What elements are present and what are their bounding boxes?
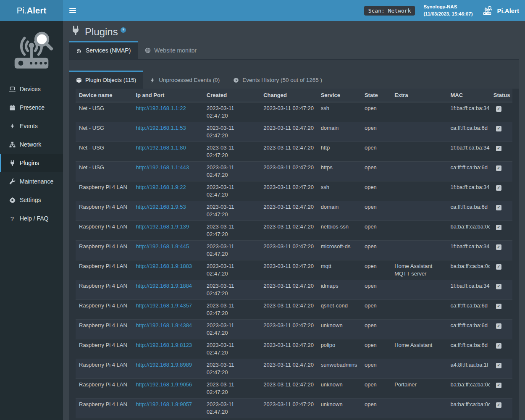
status-checkbox[interactable]: ✓ bbox=[496, 106, 501, 112]
page-help-badge[interactable]: ? bbox=[121, 27, 126, 33]
ip-port-link[interactable]: http://192.168.1.9:139 bbox=[136, 223, 189, 230]
status-checkbox[interactable]: ✓ bbox=[496, 363, 501, 368]
sidebar-item-plugins[interactable]: Plugins bbox=[0, 154, 63, 172]
ip-port-cell: http://192.168.1.1:53 bbox=[132, 122, 203, 142]
extra-cell bbox=[391, 300, 447, 320]
status-cell: ✓ bbox=[490, 399, 512, 418]
subtab-unprocessed-events[interactable]: Unprocessed Events (0) bbox=[143, 71, 226, 89]
state-cell: open bbox=[361, 102, 391, 122]
status-checkbox[interactable]: ✓ bbox=[496, 205, 501, 210]
changed-cell: 2023-03-11 02:47:20 bbox=[260, 241, 317, 260]
ip-port-link[interactable]: http://192.168.1.9:4384 bbox=[136, 322, 192, 328]
ip-port-link[interactable]: http://192.168.1.1:443 bbox=[136, 164, 189, 171]
router-scan-icon bbox=[481, 5, 494, 16]
ip-port-cell: http://192.168.1.9:9058 bbox=[132, 418, 203, 420]
clock-icon bbox=[233, 77, 239, 83]
state-cell: open bbox=[361, 142, 391, 162]
ip-port-link[interactable]: http://192.168.1.9:53 bbox=[136, 204, 186, 210]
ip-port-link[interactable]: http://192.168.1.9:4357 bbox=[136, 302, 192, 309]
created-cell: 2023-03-11 02:47:20 bbox=[203, 102, 260, 122]
sidebar-item-label: Help / FAQ bbox=[20, 215, 48, 222]
changed-cell: 2023-03-11 02:47:20 bbox=[260, 359, 317, 379]
ip-port-link[interactable]: http://192.168.1.9:1884 bbox=[136, 283, 192, 289]
status-checkbox[interactable]: ✓ bbox=[496, 225, 501, 230]
status-checkbox[interactable]: ✓ bbox=[496, 343, 501, 349]
ip-port-link[interactable]: http://192.168.1.1:22 bbox=[136, 105, 186, 111]
laptop-icon bbox=[8, 86, 16, 92]
sidebar-item-network[interactable]: Network bbox=[0, 135, 63, 154]
sidebar-item-maintenance[interactable]: Maintenance bbox=[0, 172, 63, 191]
changed-cell: 2023-03-11 02:47:20 bbox=[260, 418, 317, 420]
mac-cell: 1f:ca:ff:ca:ba:5b bbox=[447, 418, 490, 420]
ip-port-link[interactable]: http://192.168.1.9:445 bbox=[136, 243, 189, 249]
ip-port-link[interactable]: http://192.168.1.9:22 bbox=[136, 184, 186, 190]
status-checkbox[interactable]: ✓ bbox=[496, 244, 501, 250]
ip-port-link[interactable]: http://192.168.1.1:80 bbox=[136, 144, 186, 151]
changed-cell: 2023-03-11 02:47:20 bbox=[260, 379, 317, 399]
status-checkbox[interactable]: ✓ bbox=[496, 126, 501, 131]
device-name-cell: Raspberry Pi 4 LAN bbox=[76, 201, 132, 221]
status-checkbox[interactable]: ✓ bbox=[496, 304, 501, 309]
ip-port-link[interactable]: http://192.168.1.9:1883 bbox=[136, 263, 192, 269]
mac-cell: 1f:ba:ff:ca:ba:34 bbox=[447, 142, 490, 162]
sidebar-item-events[interactable]: Events bbox=[0, 117, 63, 135]
ip-port-link[interactable]: http://192.168.1.9:9056 bbox=[136, 381, 192, 388]
scan-status-badge: Scan: Network bbox=[364, 6, 415, 16]
ip-port-cell: http://192.168.1.1:22 bbox=[132, 102, 203, 122]
device-name-cell: Raspberry Pi 4 LAN bbox=[76, 418, 132, 420]
app-logo[interactable]: Pi.Alert bbox=[0, 0, 63, 21]
ip-port-link[interactable]: http://192.168.1.9:8123 bbox=[136, 342, 192, 348]
brand: Pi.Alert bbox=[481, 5, 519, 16]
service-cell: ssh bbox=[318, 102, 361, 122]
status-cell: ✓ bbox=[490, 221, 512, 241]
sidebar: DevicesPresenceEventsNetworkPluginsMaint… bbox=[0, 21, 63, 420]
ip-port-link[interactable]: http://192.168.1.1:53 bbox=[136, 125, 186, 131]
status-checkbox[interactable]: ✓ bbox=[496, 264, 501, 270]
extra-cell bbox=[391, 221, 447, 241]
table-row: Raspberry Pi 4 LANhttp://192.168.1.9:139… bbox=[76, 221, 512, 241]
sidebar-item-presence[interactable]: Presence bbox=[0, 98, 63, 117]
status-checkbox[interactable]: ✓ bbox=[496, 146, 501, 151]
mac-cell: ca:ff:ff:ca:ba:6d bbox=[447, 320, 490, 339]
column-header: Status bbox=[490, 89, 512, 102]
calendar-icon bbox=[8, 104, 16, 111]
ip-port-cell: http://192.168.1.9:8989 bbox=[132, 359, 203, 379]
service-cell: microsoft-ds bbox=[318, 241, 361, 260]
tab-services-nmap[interactable]: Services (NMAP) bbox=[69, 41, 138, 59]
created-cell: 2023-03-11 02:47:20 bbox=[203, 162, 260, 181]
table-row: Raspberry Pi 4 LANhttp://192.168.1.9:188… bbox=[76, 260, 512, 280]
ip-port-cell: http://192.168.1.9:1884 bbox=[132, 280, 203, 300]
tab-website-monitor[interactable]: Website monitor bbox=[138, 41, 204, 59]
ip-port-link[interactable]: http://192.168.1.9:8989 bbox=[136, 362, 192, 368]
created-cell: 2023-03-11 02:47:20 bbox=[203, 181, 260, 201]
device-name-cell: Net - USG bbox=[76, 162, 132, 181]
status-checkbox[interactable]: ✓ bbox=[496, 402, 501, 408]
status-checkbox[interactable]: ✓ bbox=[496, 165, 501, 171]
sidebar-toggle-button[interactable] bbox=[63, 0, 82, 21]
device-name-cell: Raspberry Pi 4 LAN bbox=[76, 300, 132, 320]
ip-port-link[interactable]: http://192.168.1.9:9057 bbox=[136, 401, 192, 407]
host-info: Synology-NAS (11/03/2023, 15:46:07) bbox=[423, 3, 472, 18]
ip-port-cell: http://192.168.1.9:445 bbox=[132, 241, 203, 260]
subtab-label: Events History (50 out of 1265 ) bbox=[242, 77, 322, 83]
status-checkbox[interactable]: ✓ bbox=[496, 284, 501, 289]
state-cell: open bbox=[361, 379, 391, 399]
subtab-plugin-objects[interactable]: Plugin Objects (115) bbox=[69, 71, 143, 89]
mac-cell: ca:ff:ff:ca:ba:6d bbox=[447, 162, 490, 181]
status-checkbox[interactable]: ✓ bbox=[496, 185, 501, 191]
sidebar-item-help-faq[interactable]: ?Help / FAQ bbox=[0, 209, 63, 228]
created-cell: 2023-03-11 02:47:20 bbox=[203, 142, 260, 162]
status-cell: ✓ bbox=[490, 181, 512, 201]
device-name-cell: Raspberry Pi 4 LAN bbox=[76, 181, 132, 201]
column-header: Changed bbox=[260, 89, 317, 102]
sidebar-nav: DevicesPresenceEventsNetworkPluginsMaint… bbox=[0, 80, 63, 228]
status-checkbox[interactable]: ✓ bbox=[496, 383, 501, 388]
sidebar-item-settings[interactable]: Settings bbox=[0, 191, 63, 209]
status-cell: ✓ bbox=[490, 241, 512, 260]
device-name-cell: Raspberry Pi 4 LAN bbox=[76, 241, 132, 260]
table-row: Raspberry Pi 4 LANhttp://192.168.1.9:898… bbox=[76, 359, 512, 379]
ip-port-cell: http://192.168.1.1:80 bbox=[132, 142, 203, 162]
status-checkbox[interactable]: ✓ bbox=[496, 323, 501, 329]
subtab-events-history[interactable]: Events History (50 out of 1265 ) bbox=[226, 71, 329, 89]
sidebar-item-devices[interactable]: Devices bbox=[0, 80, 63, 98]
